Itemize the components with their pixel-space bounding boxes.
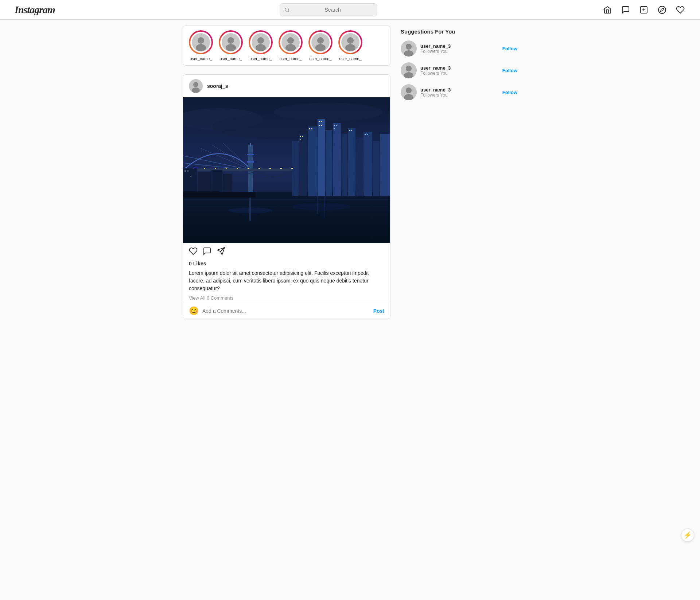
svg-rect-49 [311,128,312,129]
suggestion-name-3[interactable]: user_name_3 [420,87,499,93]
suggestion-avatar-3[interactable] [401,84,417,100]
story-item-6[interactable]: user_name_ [338,30,362,61]
svg-point-73 [204,168,205,169]
share-icon[interactable] [217,247,225,258]
story-username-6: user_name_ [339,57,361,61]
svg-point-24 [345,44,355,51]
story-avatar-ring-3 [249,30,273,54]
messenger-icon[interactable] [621,5,631,15]
instagram-logo: Instagram [15,4,55,16]
svg-marker-6 [661,8,664,11]
svg-rect-58 [351,130,352,131]
svg-point-21 [315,44,326,51]
post-card: sooraj_s [183,74,390,319]
svg-point-77 [248,168,249,169]
story-item-4[interactable]: user_name_ [279,30,303,61]
story-item-1[interactable]: user_name_ [189,30,213,61]
story-avatar-2 [220,32,241,53]
suggestion-item-3: user_name_3 Followers You Follow [401,84,517,100]
svg-rect-32 [183,192,390,243]
suggestion-name-1[interactable]: user_name_3 [420,43,499,49]
svg-rect-88 [190,176,191,177]
story-avatar-ring-1 [189,30,213,54]
home-icon[interactable] [602,5,612,15]
suggestion-item-2: user_name_3 Followers You Follow [401,62,517,78]
story-username-3: user_name_ [249,57,272,61]
svg-point-80 [280,168,282,169]
svg-point-15 [256,44,266,51]
like-icon[interactable] [189,247,198,258]
svg-rect-47 [300,139,301,140]
follow-button-3[interactable]: Follow [502,90,517,95]
svg-point-11 [228,37,234,44]
suggestion-info-3: user_name_3 Followers You [420,87,499,98]
suggestion-avatar-1[interactable] [401,40,417,57]
svg-point-5 [658,6,666,13]
svg-line-1 [288,11,289,12]
svg-rect-48 [309,128,310,129]
svg-rect-46 [302,136,303,137]
suggestion-sub-2: Followers You [420,71,499,76]
svg-point-0 [285,8,289,11]
suggestion-item-1: user_name_3 Followers You Follow [401,40,517,57]
header: Instagram [0,0,700,20]
search-icon [284,7,290,13]
svg-point-26 [193,82,198,87]
svg-point-76 [237,168,238,169]
svg-point-20 [317,37,324,44]
svg-point-78 [258,168,260,169]
follow-button-2[interactable]: Follow [502,68,517,73]
svg-rect-36 [318,119,325,196]
story-avatar-ring-6 [338,30,362,54]
post-comment-button[interactable]: Post [373,308,384,314]
svg-rect-37 [326,130,332,196]
svg-rect-40 [348,128,355,196]
comment-input[interactable] [202,308,370,314]
story-username-5: user_name_ [309,57,331,61]
main-layout: user_name_ user_name_ user_name_ [131,0,569,328]
story-item-5[interactable]: user_name_ [308,30,332,61]
story-avatar-ring-4 [279,30,303,54]
svg-point-17 [287,37,294,44]
svg-point-103 [406,44,412,50]
svg-rect-83 [198,172,211,192]
post-comments-link[interactable]: View All 0 Comments [183,295,390,303]
svg-rect-86 [184,170,186,172]
svg-point-8 [198,37,204,44]
story-avatar-5 [310,32,331,53]
sidebar: Suggestions For You user_name_3 Follower… [401,26,517,328]
svg-rect-42 [363,132,372,196]
search-input[interactable] [293,7,373,13]
nav-icons [602,5,685,15]
svg-point-12 [226,44,236,51]
heart-icon[interactable] [675,5,685,15]
svg-rect-67 [250,143,251,147]
add-post-icon[interactable] [639,5,649,15]
story-item-3[interactable]: user_name_ [249,30,273,61]
search-bar[interactable] [280,3,377,16]
svg-rect-87 [187,170,188,172]
suggestion-info-2: user_name_3 Followers You [420,65,499,76]
svg-rect-56 [334,128,335,129]
story-item-2[interactable]: user_name_ [219,30,243,61]
svg-point-74 [215,168,216,169]
stories-bar: user_name_ user_name_ user_name_ [183,26,390,66]
svg-rect-59 [365,134,366,135]
svg-rect-43 [373,141,380,196]
svg-point-18 [285,44,296,51]
comment-icon[interactable] [203,247,211,258]
post-actions [183,243,390,259]
suggestion-name-2[interactable]: user_name_3 [420,65,499,71]
story-avatar-6 [340,32,361,53]
emoji-button[interactable]: 😊 [189,306,199,316]
svg-point-75 [226,168,227,169]
post-avatar[interactable] [189,79,203,93]
story-avatar-ring-5 [308,30,332,54]
follow-button-1[interactable]: Follow [502,46,517,51]
post-username[interactable]: sooraj_s [207,83,228,89]
explore-icon[interactable] [657,5,667,15]
suggestion-avatar-2[interactable] [401,62,417,78]
svg-rect-57 [349,130,350,131]
post-image [183,97,390,243]
svg-rect-35 [308,126,317,196]
